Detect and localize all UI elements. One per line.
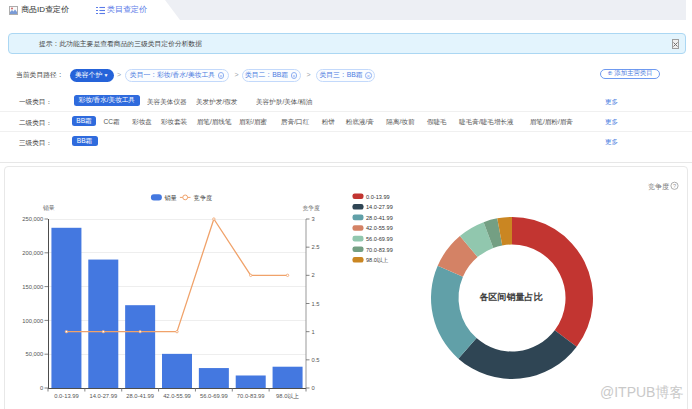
svg-text:销量: 销量 [42, 204, 55, 211]
svg-text:98.0以上: 98.0以上 [276, 393, 299, 399]
svg-text:0.5: 0.5 [312, 357, 320, 363]
svg-text:0: 0 [312, 385, 315, 391]
svg-text:竞争度: 竞争度 [194, 194, 213, 202]
svg-text:?: ? [673, 183, 676, 189]
svg-text:0.0-13.99: 0.0-13.99 [54, 393, 79, 399]
svg-text:14.0-27.99: 14.0-27.99 [89, 393, 117, 399]
svg-text:56.0-69.99: 56.0-69.99 [366, 236, 393, 242]
svg-text:0.0-13.99: 0.0-13.99 [366, 194, 390, 200]
svg-text:28.0-41.99: 28.0-41.99 [366, 215, 393, 221]
svg-text:1.5: 1.5 [312, 301, 320, 307]
svg-text:竞争度: 竞争度 [303, 205, 321, 212]
svg-text:销量: 销量 [164, 194, 177, 201]
svg-text:98.0以上: 98.0以上 [366, 257, 388, 263]
svg-text:200,000: 200,000 [22, 250, 43, 256]
svg-text:250,000: 250,000 [22, 216, 43, 222]
svg-text:100,000: 100,000 [22, 318, 43, 324]
svg-text:28.0-41.99: 28.0-41.99 [126, 393, 154, 399]
svg-text:70.0-83.99: 70.0-83.99 [237, 393, 265, 399]
svg-text:70.0-83.99: 70.0-83.99 [366, 247, 393, 253]
svg-text:竞争度: 竞争度 [648, 183, 669, 191]
svg-text:42.0-55.99: 42.0-55.99 [163, 393, 191, 399]
svg-text:56.0-69.99: 56.0-69.99 [200, 393, 228, 399]
svg-text:2.5: 2.5 [312, 244, 320, 250]
svg-text:14.0-27.99: 14.0-27.99 [366, 204, 393, 210]
svg-text:42.0-55.99: 42.0-55.99 [366, 225, 393, 231]
svg-text:3: 3 [312, 216, 315, 222]
svg-text:2: 2 [312, 272, 315, 278]
svg-text:0: 0 [40, 385, 43, 391]
svg-text:150,000: 150,000 [22, 284, 43, 290]
svg-text:1: 1 [312, 329, 315, 335]
svg-text:50,000: 50,000 [25, 351, 43, 357]
svg-text:各区间销量占比: 各区间销量占比 [479, 292, 544, 302]
